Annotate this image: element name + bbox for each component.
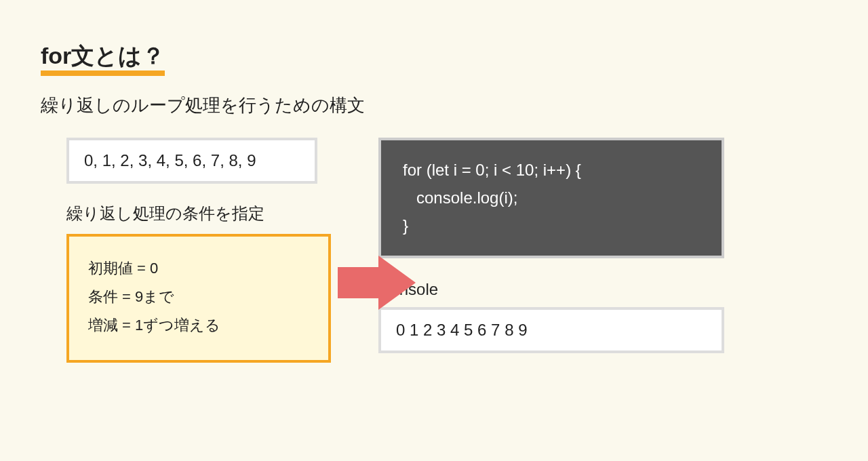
right-column: for (let i = 0; i < 10; i++) { console.l… xyxy=(378,138,738,353)
code-line-3: } xyxy=(403,212,700,240)
console-label: Console xyxy=(378,280,738,299)
page-subtitle: 繰り返しのループ処理を行うための構文 xyxy=(41,94,827,117)
conditions-label: 繰り返し処理の条件を指定 xyxy=(66,203,365,224)
content-area: 0, 1, 2, 3, 4, 5, 6, 7, 8, 9 繰り返し処理の条件を指… xyxy=(41,138,827,363)
condition-until: 条件 = 9まで xyxy=(88,287,309,307)
left-column: 0, 1, 2, 3, 4, 5, 6, 7, 8, 9 繰り返し処理の条件を指… xyxy=(66,138,365,363)
condition-initial: 初期値 = 0 xyxy=(88,258,309,279)
numbers-box: 0, 1, 2, 3, 4, 5, 6, 7, 8, 9 xyxy=(66,138,317,184)
code-line-1: for (let i = 0; i < 10; i++) { xyxy=(403,157,700,184)
console-output-box: 0 1 2 3 4 5 6 7 8 9 xyxy=(378,307,724,353)
condition-step: 増減 = 1ずつ増える xyxy=(88,315,309,336)
page-title: for文とは？ xyxy=(41,41,165,73)
code-box: for (let i = 0; i < 10; i++) { console.l… xyxy=(378,138,724,258)
svg-marker-0 xyxy=(338,256,416,310)
arrow-right-icon xyxy=(338,252,419,316)
code-line-2: console.log(i); xyxy=(403,184,700,212)
conditions-box: 初期値 = 0 条件 = 9まで 増減 = 1ずつ増える xyxy=(66,234,331,363)
